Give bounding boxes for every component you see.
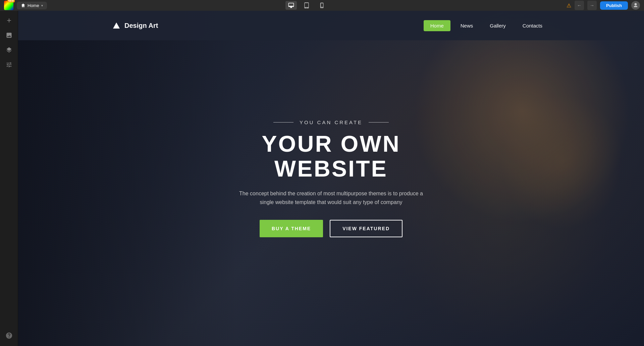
hero-section: Design Art Home News Gallery Contacts: [18, 11, 644, 346]
publish-button[interactable]: Publish: [600, 1, 628, 10]
nav-item-gallery[interactable]: Gallery: [483, 20, 513, 31]
help-button[interactable]: [3, 329, 15, 342]
mobile-device-button[interactable]: [316, 1, 328, 10]
user-avatar[interactable]: [631, 1, 640, 10]
undo-button[interactable]: ←: [575, 1, 584, 10]
logo-badge: NEW: [7, 0, 15, 2]
site-header: Design Art Home News Gallery Contacts: [18, 11, 644, 40]
home-tab[interactable]: Home ▾: [17, 2, 47, 9]
chevron-down-icon: ▾: [41, 4, 43, 7]
device-switcher: [285, 1, 328, 10]
editor-layout: Design Art Home News Gallery Contacts: [0, 11, 644, 346]
hero-buttons: BUY A THEME VIEW FEATURED: [220, 220, 442, 237]
os-top-bar: NEW Home ▾ ⚠ ← → Publish: [0, 0, 644, 11]
view-featured-button[interactable]: VIEW FEATURED: [330, 220, 402, 237]
hero-title: YOUR OWN WEBSITE: [220, 131, 442, 182]
logo-triangle-icon: [113, 22, 120, 29]
left-sidebar: [0, 11, 18, 346]
hero-content: YOU CAN CREATE YOUR OWN WEBSITE The conc…: [214, 119, 448, 238]
site-nav: Home News Gallery Contacts: [424, 20, 549, 31]
nav-item-contacts[interactable]: Contacts: [516, 20, 549, 31]
tablet-device-button[interactable]: [301, 1, 312, 10]
subtitle-line-right: [369, 122, 389, 122]
sidebar-item-add[interactable]: [3, 14, 15, 27]
buy-theme-button[interactable]: BUY A THEME: [260, 220, 323, 237]
desktop-device-button[interactable]: [285, 1, 297, 10]
sidebar-item-media[interactable]: [3, 29, 15, 42]
warning-icon[interactable]: ⚠: [567, 2, 571, 9]
website-preview: Design Art Home News Gallery Contacts: [18, 11, 644, 346]
sidebar-item-layers[interactable]: [3, 44, 15, 56]
subtitle-line-left: [273, 122, 293, 122]
os-bar-left: NEW Home ▾: [4, 1, 47, 10]
hero-overlay: [18, 11, 237, 346]
site-logo[interactable]: Design Art: [113, 22, 158, 30]
app-logo[interactable]: NEW: [4, 1, 13, 10]
nav-item-news[interactable]: News: [454, 20, 480, 31]
site-logo-text: Design Art: [124, 22, 158, 30]
canvas-area: Design Art Home News Gallery Contacts: [18, 11, 644, 346]
site-header-inner: Design Art Home News Gallery Contacts: [113, 20, 549, 31]
nav-item-home[interactable]: Home: [424, 20, 450, 31]
redo-button[interactable]: →: [587, 1, 597, 10]
hero-subtitle: YOU CAN CREATE: [220, 119, 442, 125]
home-tab-label: Home: [28, 3, 39, 8]
hero-description: The concept behind the creation of most …: [237, 189, 425, 206]
hero-subtitle-text: YOU CAN CREATE: [300, 119, 363, 125]
os-bar-right: ⚠ ← → Publish: [567, 1, 640, 10]
sidebar-item-settings[interactable]: [3, 58, 15, 71]
